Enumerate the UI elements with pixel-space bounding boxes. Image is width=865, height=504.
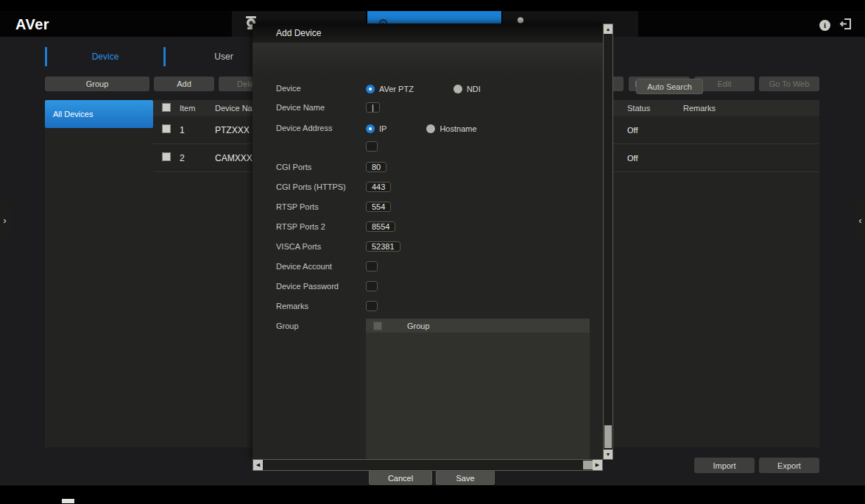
group-column-header: Group: [407, 322, 430, 330]
row-item: 1: [180, 125, 215, 135]
device-name-label: Device Name: [276, 100, 364, 116]
sidebar-item-all-devices[interactable]: All Devices: [45, 100, 153, 128]
cgi-ports-input[interactable]: 80: [366, 162, 386, 172]
edit-button[interactable]: Edit: [694, 77, 755, 91]
device-label: Device: [276, 81, 364, 96]
scroll-up-icon[interactable]: ▲: [604, 24, 612, 34]
info-icon[interactable]: i: [819, 20, 830, 31]
vertical-scroll-thumb[interactable]: [604, 425, 612, 448]
cgi-ports-label: CGI Ports: [276, 160, 364, 175]
cgi-ports-https-label: CGI Ports (HTTPS): [276, 180, 364, 195]
row-item: 2: [180, 153, 215, 163]
aver-logo: AVer: [15, 16, 49, 33]
device-address-input[interactable]: [366, 141, 378, 152]
device-account-label: Device Account: [276, 259, 364, 274]
visca-ports-label: VISCA Ports: [276, 239, 364, 255]
radio-ip-label: IP: [379, 124, 386, 133]
device-password-input[interactable]: [366, 281, 378, 291]
logout-icon[interactable]: [838, 18, 852, 33]
chevron-left-icon: ‹: [859, 216, 862, 226]
device-password-label: Device Password: [276, 279, 364, 294]
row-checkbox[interactable]: [162, 124, 171, 133]
remarks-label: Remarks: [276, 299, 364, 314]
left-panel-expand-handle[interactable]: ›: [0, 200, 10, 241]
group-button[interactable]: Group: [45, 77, 149, 91]
right-panel-expand-handle[interactable]: ‹: [855, 200, 865, 241]
col-remarks: Remarks: [683, 104, 819, 113]
auto-search-button[interactable]: Auto Search: [636, 79, 703, 94]
group-table-header: Group: [366, 319, 590, 333]
remarks-input[interactable]: [366, 301, 378, 311]
section-tabs: Device User: [45, 47, 282, 66]
cancel-button[interactable]: Cancel: [369, 470, 432, 485]
device-name-input[interactable]: |: [366, 102, 380, 113]
rtsp-ports-input[interactable]: 554: [366, 202, 391, 212]
radio-hostname-label: Hostname: [439, 124, 476, 133]
save-button[interactable]: Save: [436, 470, 495, 485]
row-status: Off: [627, 126, 683, 135]
chevron-right-icon: ›: [4, 216, 7, 226]
app-window: AVer ⚙ i: [0, 0, 865, 504]
dialog-horizontal-scrollbar[interactable]: ◀ ▶: [253, 459, 603, 471]
select-all-checkbox[interactable]: [162, 103, 171, 112]
group-list: All Devices: [45, 100, 153, 447]
add-device-dialog: Add Device Device AVer PTZ NDI Auto Sear…: [253, 24, 603, 459]
add-button[interactable]: Add: [154, 77, 214, 91]
radio-hostname[interactable]: [426, 124, 435, 133]
row-status: Off: [627, 154, 683, 163]
dialog-vertical-scrollbar[interactable]: ▲ ▼: [603, 24, 613, 460]
scroll-left-icon[interactable]: ◀: [253, 460, 263, 470]
group-label: Group: [276, 319, 364, 334]
group-table: Group: [366, 319, 590, 461]
import-button[interactable]: Import: [694, 458, 755, 473]
rtsp-ports-label: RTSP Ports: [276, 199, 364, 215]
screen-artifact: [62, 499, 74, 503]
device-address-label: Device Address: [276, 121, 364, 136]
tab-device[interactable]: Device: [47, 47, 163, 66]
device-account-input[interactable]: [366, 261, 378, 271]
col-status: Status: [627, 104, 683, 113]
group-select-all-checkbox[interactable]: [373, 322, 382, 330]
rtsp-ports2-label: RTSP Ports 2: [276, 219, 364, 235]
go-to-web-button[interactable]: Go To Web: [759, 77, 819, 91]
cgi-ports-https-input[interactable]: 443: [366, 182, 391, 192]
col-item: Item: [180, 104, 215, 113]
row-checkbox[interactable]: [162, 152, 171, 161]
visca-ports-input[interactable]: 52381: [366, 241, 400, 252]
text-caret: |: [372, 103, 374, 112]
scroll-down-icon[interactable]: ▼: [604, 450, 612, 459]
dialog-title: Add Device: [253, 24, 603, 43]
radio-ip[interactable]: [366, 124, 375, 133]
export-button[interactable]: Export: [759, 458, 819, 473]
rtsp-ports2-input[interactable]: 8554: [366, 221, 395, 232]
horizontal-scroll-thumb[interactable]: [583, 461, 593, 469]
scroll-right-icon[interactable]: ▶: [593, 460, 602, 470]
